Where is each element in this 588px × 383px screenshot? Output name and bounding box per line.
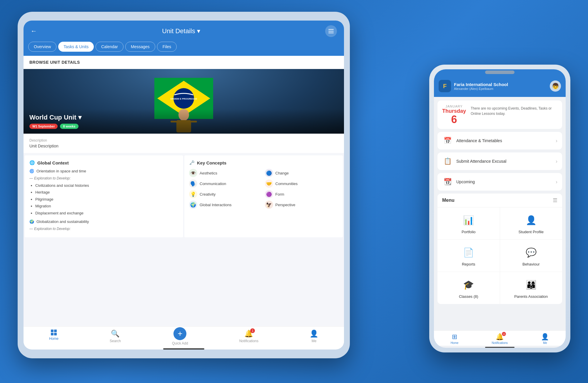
- nav-search-label: Search: [110, 339, 121, 343]
- arrow-icon-2: ›: [556, 158, 557, 164]
- search-icon: 🔍: [111, 330, 120, 338]
- phone-nav-me[interactable]: 👤 Me: [541, 333, 549, 345]
- home-indicator: [163, 348, 204, 350]
- two-col-section: 🌐 Global Context 🌀 Orientation in space …: [24, 154, 344, 238]
- phone-nav-home[interactable]: ⊞ Home: [451, 333, 459, 345]
- globalization-item: 🌍 Globalization and sustainability: [29, 219, 178, 224]
- description-section: Description Unit Description: [24, 134, 344, 153]
- hero-badges: W1 September 8 weeks: [29, 124, 338, 129]
- global-context-header: 🌐 Global Context: [29, 160, 178, 165]
- list-item: Displacement and exchange: [35, 210, 178, 216]
- hamburger-icon: [328, 29, 334, 33]
- key-concepts-header: 🗝️ Key Concepts: [189, 160, 338, 165]
- tablet-body: ← Unit Details ▾ Overview Tasks & Units …: [18, 12, 350, 358]
- tab-overview[interactable]: Overview: [28, 42, 56, 52]
- quick-add-button[interactable]: +: [173, 327, 186, 340]
- browse-header: BROWSE UNIT DETAILS: [24, 56, 344, 69]
- tab-files[interactable]: Files: [157, 42, 177, 52]
- orientation-item: 🌀 Orientation in space and time: [29, 169, 178, 173]
- student-profile-label: Student Profile: [519, 230, 544, 234]
- menu-grid: 📊 Portfolio 👤 Student Profile 📄 Reports: [437, 207, 562, 304]
- list-item: Pilgrimage: [35, 196, 178, 203]
- concept-perspective: 🦅 Perspective: [265, 201, 338, 209]
- phone-nav-notifications[interactable]: 🔔 11 Notifications: [492, 333, 508, 345]
- classes-label: Classes (8): [459, 294, 478, 299]
- week-badge: W1 September: [29, 124, 58, 129]
- phone-notifications-label: Notifications: [492, 341, 508, 345]
- portfolio-icon: 📊: [461, 213, 476, 227]
- list-item: Civilizations and social histories: [35, 182, 178, 189]
- tab-messages[interactable]: Messages: [125, 42, 155, 52]
- description-label: Description: [29, 138, 338, 142]
- menu-section: Menu ☰ 📊 Portfolio 👤 Student Profile: [437, 194, 562, 304]
- reports-item[interactable]: 📄 Reports: [437, 240, 500, 272]
- phone-home-label: Home: [451, 341, 459, 345]
- tablet-content: BROWSE UNIT DETAILS ORDEM E PROGRESSO: [24, 56, 344, 326]
- behaviour-item[interactable]: 💬 Behaviour: [500, 240, 562, 272]
- tab-calendar[interactable]: Calendar: [96, 42, 123, 52]
- tablet: ← Unit Details ▾ Overview Tasks & Units …: [18, 12, 350, 358]
- phone-body: F Faria International School Alexander (…: [429, 65, 570, 352]
- tablet-bottom-nav: Home 🔍 Search + Quick Add 🔔 1 Notificati…: [24, 326, 344, 347]
- phone-notifications-badge: 11: [502, 332, 506, 336]
- description-text: Unit Description: [29, 144, 338, 148]
- school-name: Faria International School: [454, 82, 547, 87]
- phone-bottom-nav: ⊞ Home 🔔 11 Notifications 👤 Me: [434, 330, 566, 346]
- home-icon: [51, 330, 57, 335]
- explore-label: — Exploration to Develop:: [29, 176, 178, 180]
- back-button[interactable]: ←: [31, 27, 37, 35]
- list-item: Heritage: [35, 189, 178, 196]
- nav-quick-add[interactable]: + Quick Add: [172, 330, 188, 345]
- attendance-timetables-link[interactable]: 📅 Attendance & Timetables ›: [437, 132, 562, 149]
- attendance-label: Attendance & Timetables: [456, 138, 502, 143]
- reports-label: Reports: [462, 262, 475, 266]
- avatar: 👦: [550, 80, 561, 92]
- nav-me[interactable]: 👤 Me: [310, 330, 318, 345]
- upcoming-icon: 📆: [442, 177, 453, 187]
- date-message: There are no upcoming Events, Deadlines,…: [471, 105, 557, 116]
- arrow-icon: ›: [556, 138, 557, 144]
- nav-notifications[interactable]: 🔔 1 Notifications: [239, 330, 258, 345]
- nav-home[interactable]: Home: [49, 330, 59, 345]
- portfolio-item[interactable]: 📊 Portfolio: [437, 207, 500, 239]
- submit-attendance-label: Submit Attendance Excusal: [456, 159, 506, 164]
- student-profile-item[interactable]: 👤 Student Profile: [500, 207, 562, 239]
- phone-home-icon: ⊞: [452, 333, 457, 341]
- notifications-badge: 1: [250, 328, 255, 333]
- phone-notch: [485, 70, 514, 74]
- upcoming-link[interactable]: 📆 Upcoming ›: [437, 173, 562, 191]
- concept-global-interactions: 🌍 Global Interactions: [189, 201, 263, 209]
- key-concepts-card: 🗝️ Key Concepts 👁️ Aesthetics 🔵 Change: [184, 155, 343, 237]
- weeks-badge: 8 weeks: [60, 124, 78, 129]
- submit-attendance-link[interactable]: 📋 Submit Attendance Excusal ›: [437, 152, 562, 170]
- portfolio-label: Portfolio: [462, 230, 476, 234]
- phone-screen: F Faria International School Alexander (…: [434, 69, 566, 348]
- phone-home-indicator: [485, 347, 514, 348]
- concept-aesthetics: 👁️ Aesthetics: [189, 169, 263, 177]
- submit-attendance-icon: 📋: [442, 156, 453, 167]
- tablet-header: ← Unit Details ▾: [24, 21, 344, 42]
- phone: F Faria International School Alexander (…: [429, 65, 570, 352]
- phone-me-icon: 👤: [541, 333, 549, 341]
- behaviour-label: Behaviour: [522, 262, 540, 266]
- me-icon: 👤: [310, 330, 318, 338]
- nav-home-label: Home: [49, 337, 59, 341]
- menu-button[interactable]: [325, 25, 337, 37]
- student-name: Alexander (Alex) Epelbaum: [454, 87, 547, 90]
- phone-me-label: Me: [543, 341, 547, 345]
- list-item: Migration: [35, 203, 178, 209]
- parents-association-item[interactable]: 👨‍👩‍👦 Parents Association: [500, 272, 562, 304]
- behaviour-icon: 💬: [524, 245, 538, 260]
- arrow-icon-3: ›: [556, 179, 557, 185]
- classes-item[interactable]: 🎓 Classes (8): [437, 272, 500, 304]
- classes-icon: 🎓: [461, 277, 476, 292]
- nav-me-label: Me: [312, 339, 317, 343]
- upcoming-label: Upcoming: [456, 179, 475, 184]
- explore-label-2: — Exploration to Develop:: [29, 227, 178, 231]
- bullet-list: Civilizations and social histories Herit…: [35, 182, 178, 216]
- nav-search[interactable]: 🔍 Search: [110, 330, 121, 345]
- tab-tasks-units[interactable]: Tasks & Units: [58, 42, 94, 52]
- unit-title: World Cup Unit ▾: [29, 114, 338, 121]
- list-icon: ☰: [553, 197, 557, 204]
- menu-header: Menu ☰: [437, 194, 562, 207]
